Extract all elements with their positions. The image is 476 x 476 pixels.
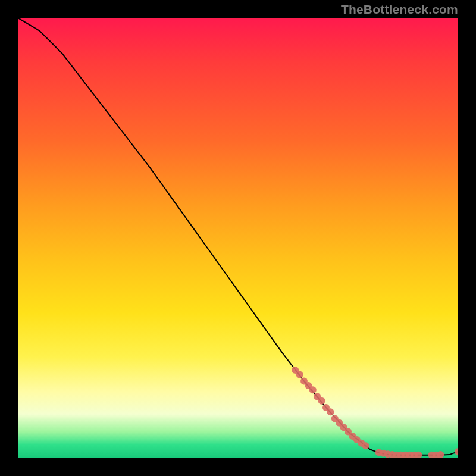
- svg-point-4: [309, 386, 317, 393]
- svg-point-6: [318, 397, 325, 405]
- plot-area: [18, 18, 458, 458]
- svg-point-30: [455, 448, 458, 455]
- scatter-markers: [292, 367, 458, 458]
- chart-frame: TheBottleneck.com: [0, 0, 476, 476]
- svg-point-1: [296, 371, 303, 378]
- svg-point-29: [437, 451, 444, 458]
- chart-svg: [18, 18, 458, 458]
- svg-point-8: [327, 408, 334, 415]
- curve-line: [18, 18, 458, 455]
- svg-point-16: [362, 442, 369, 449]
- watermark-text: TheBottleneck.com: [341, 2, 458, 17]
